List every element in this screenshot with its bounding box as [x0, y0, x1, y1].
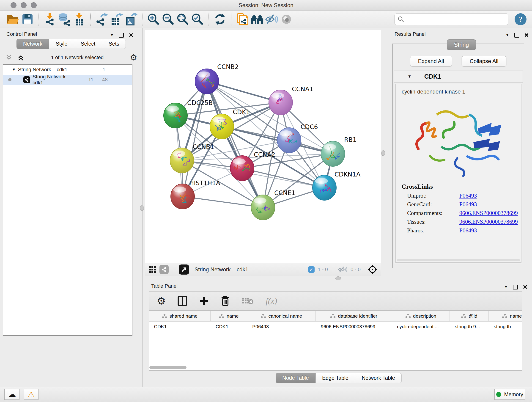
- column-header-name[interactable]: name: [210, 311, 247, 321]
- table-options-gear-icon[interactable]: ⚙: [157, 296, 166, 306]
- network-node-RB1[interactable]: [321, 141, 345, 166]
- column-header-namespace[interactable]: namespace: [489, 311, 522, 321]
- results-scroll-track[interactable]: [397, 259, 520, 261]
- network-node-CCNE1[interactable]: [251, 195, 275, 220]
- network-canvas[interactable]: CCNB2CCNA1CDC25BCDK1CDC6RB1CCNB1CCNA2CDK…: [145, 30, 381, 263]
- collapse-all-button[interactable]: Collapse All: [462, 56, 506, 66]
- panel-menu-icon[interactable]: ▼: [110, 33, 114, 37]
- expand-all-button[interactable]: Expand All: [410, 56, 452, 66]
- export-table-icon[interactable]: [109, 12, 124, 27]
- network-row[interactable]: String Network – cdk1 11 48: [3, 75, 132, 85]
- table-cell[interactable]: P06493: [247, 322, 316, 332]
- column-header-shared-name[interactable]: shared name: [149, 311, 210, 321]
- hide-selected-icon[interactable]: [264, 12, 279, 27]
- tab-node-table[interactable]: Node Table: [276, 373, 316, 383]
- network-node-CCNB1[interactable]: [170, 148, 194, 173]
- close-panel-icon[interactable]: [523, 285, 527, 289]
- table-cell[interactable]: 9606.ENSP00000378699: [316, 322, 392, 332]
- export-network-icon[interactable]: [94, 12, 109, 27]
- table-cell[interactable]: stringdb: [489, 322, 522, 332]
- show-columns-icon[interactable]: [177, 296, 187, 306]
- float-panel-icon[interactable]: [514, 33, 519, 38]
- function-builder-icon[interactable]: f(x): [266, 296, 277, 306]
- grid-view-icon[interactable]: [148, 266, 156, 274]
- panel-menu-icon[interactable]: ▼: [505, 33, 509, 37]
- expand-all-chevron-icon[interactable]: [17, 54, 25, 61]
- refresh-view-icon[interactable]: [213, 12, 227, 27]
- table-cell[interactable]: stringdb:9...: [450, 322, 489, 332]
- birds-eye-view-icon[interactable]: [367, 264, 378, 274]
- network-node-CDKN1A[interactable]: [312, 175, 336, 200]
- search-input[interactable]: [404, 16, 505, 22]
- table-cell[interactable]: cyclin-dependent ...: [392, 322, 450, 332]
- import-table-file-icon[interactable]: [72, 12, 87, 27]
- tab-select[interactable]: Select: [74, 39, 102, 49]
- tab-network-table[interactable]: Network Table: [355, 373, 402, 383]
- memory-button[interactable]: Memory: [494, 389, 525, 400]
- delete-table-icon[interactable]: [242, 297, 254, 305]
- tab-edge-table[interactable]: Edge Table: [316, 373, 355, 383]
- column-header-database-identifier[interactable]: database identifier: [316, 311, 392, 321]
- float-panel-icon[interactable]: [513, 285, 518, 289]
- table-row[interactable]: CDK1CDK1P064939606.ENSP00000378699cyclin…: [149, 322, 522, 332]
- network-edge[interactable]: [183, 81, 207, 196]
- table-cell[interactable]: CDK1: [149, 322, 210, 332]
- import-network-database-icon[interactable]: [57, 12, 72, 27]
- network-edge[interactable]: [183, 196, 263, 207]
- open-session-icon[interactable]: [6, 12, 20, 27]
- network-list-view-icon[interactable]: [159, 265, 169, 274]
- hidden-eye-icon[interactable]: [338, 266, 347, 273]
- import-network-file-icon[interactable]: [43, 12, 57, 27]
- table-cell[interactable]: CDK1: [210, 322, 247, 332]
- zoom-selected-icon[interactable]: [190, 12, 205, 27]
- delete-column-icon[interactable]: [221, 296, 230, 306]
- column-header-description[interactable]: description: [392, 311, 450, 321]
- add-column-icon[interactable]: [199, 296, 209, 306]
- network-node-HIST1H1A[interactable]: [171, 184, 195, 209]
- gene-section-header[interactable]: ▼ CDK1: [394, 71, 523, 83]
- tab-style[interactable]: Style: [49, 39, 74, 49]
- splitter-handle[interactable]: [336, 276, 341, 280]
- export-image-icon[interactable]: [124, 12, 138, 27]
- collection-expand-icon[interactable]: ▼: [12, 67, 16, 72]
- network-node-CDC6[interactable]: [277, 128, 301, 153]
- crosslink-link[interactable]: P06493: [459, 201, 477, 208]
- network-node-CCNA2[interactable]: [230, 156, 254, 181]
- crosslink-link[interactable]: P06493: [459, 192, 477, 199]
- crosslink-link[interactable]: 9606.ENSP00000378699: [459, 210, 518, 216]
- detach-view-icon[interactable]: [179, 264, 189, 274]
- network-node-CCNB2[interactable]: [195, 69, 219, 94]
- network-options-gear-icon[interactable]: ⚙: [130, 53, 137, 62]
- save-session-icon[interactable]: [20, 12, 35, 27]
- gene-expand-icon[interactable]: ▼: [408, 74, 412, 79]
- string-documents-icon[interactable]: [235, 12, 250, 27]
- float-panel-icon[interactable]: [119, 33, 124, 38]
- warnings-button[interactable]: ⚠: [24, 389, 38, 400]
- splitter-handle[interactable]: [381, 150, 385, 156]
- zoom-in-icon[interactable]: [146, 12, 161, 27]
- cloud-status-button[interactable]: ☁: [4, 389, 19, 400]
- tab-string[interactable]: String: [447, 39, 476, 50]
- network-collection-row[interactable]: ▼ String Network – cdk1 1: [3, 65, 132, 75]
- network-node-CDC25B[interactable]: [164, 103, 187, 128]
- collapse-all-chevron-icon[interactable]: [5, 54, 13, 61]
- help-icon[interactable]: ?: [515, 13, 526, 25]
- column-header-@id[interactable]: @id: [450, 311, 489, 321]
- zoom-fit-icon[interactable]: [176, 12, 190, 27]
- show-all-icon[interactable]: [279, 12, 294, 27]
- table-hscrollbar-thumb[interactable]: [149, 366, 186, 369]
- zoom-out-icon[interactable]: [161, 12, 176, 27]
- houses-icon[interactable]: [250, 12, 264, 27]
- selected-nodes-checkbox-icon[interactable]: ✓: [308, 266, 315, 273]
- crosslink-link[interactable]: P06493: [459, 227, 477, 234]
- tab-sets[interactable]: Sets: [102, 39, 126, 49]
- network-node-CCNA1[interactable]: [269, 90, 293, 115]
- network-edge[interactable]: [207, 81, 263, 207]
- network-node-CDK1[interactable]: [210, 114, 234, 139]
- tab-network[interactable]: Network: [17, 39, 49, 49]
- close-panel-icon[interactable]: [524, 33, 528, 37]
- close-panel-icon[interactable]: [129, 33, 133, 37]
- crosslink-link[interactable]: 9606.ENSP00000378699: [459, 219, 518, 225]
- panel-menu-icon[interactable]: ▼: [504, 285, 508, 289]
- column-header-canonical-name[interactable]: canonical name: [247, 311, 316, 321]
